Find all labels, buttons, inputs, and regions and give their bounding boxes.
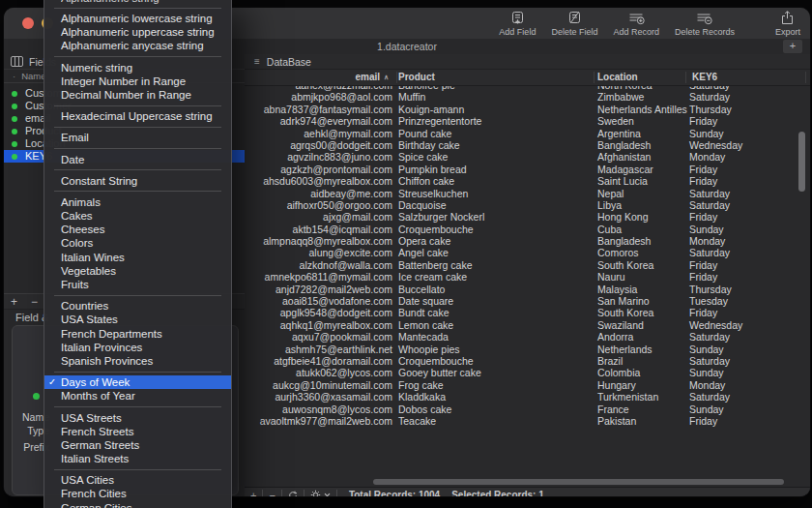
column-divider[interactable] bbox=[396, 72, 397, 83]
table-row[interactable]: avaoltmk977@mail2web.comTeacakePakistanF… bbox=[245, 415, 810, 427]
menu-item-colors[interactable]: ✓Colors bbox=[44, 236, 231, 250]
table-row[interactable]: ashmh75@earthlink.netWhoopie piesNetherl… bbox=[245, 344, 810, 355]
table-row[interactable]: aqxu7@pookmail.comMantecadaAndorraSaturd… bbox=[245, 331, 810, 343]
menu-item-alphanumeric-uppercase-string[interactable]: ✓Alphanumeric uppercase string bbox=[44, 25, 231, 39]
close-button[interactable] bbox=[22, 17, 34, 29]
menu-item-decimal-number-in-range[interactable]: ✓Decimal Number in Range bbox=[44, 88, 231, 102]
table-row[interactable]: alzkdnof@walla.comBattenberg cakeSouth K… bbox=[245, 259, 810, 271]
column-header-product[interactable]: Product bbox=[398, 70, 435, 85]
menu-item-date[interactable]: ✓Date bbox=[44, 153, 231, 166]
menu-item-integer-number-in-range[interactable]: ✓Integer Number in Range bbox=[44, 75, 231, 88]
table-row[interactable]: aoai815@vodafone.comDate squareSan Marin… bbox=[245, 295, 810, 307]
menu-item-hexadecimal-uppercase-string[interactable]: ✓Hexadecimal Uppercase string bbox=[44, 109, 231, 123]
horizontal-scrollbar[interactable] bbox=[373, 479, 784, 485]
menu-item-constant-string[interactable]: ✓Constant String bbox=[44, 174, 231, 188]
table-row[interactable]: almpnaqq8@myrealbox.comOpera cakeBanglad… bbox=[245, 235, 810, 247]
table-row[interactable]: atukk062@lycos.comGooey butter cakeColom… bbox=[245, 367, 810, 378]
column-divider[interactable] bbox=[685, 72, 686, 83]
table-row[interactable]: aqhkq1@myrealbox.comLemon cakeSwazilandW… bbox=[245, 319, 810, 331]
column-divider[interactable] bbox=[594, 72, 594, 83]
menu-item-spanish-provinces[interactable]: ✓Spanish Provinces bbox=[44, 354, 231, 368]
settings-menu-button[interactable] bbox=[304, 490, 336, 496]
cell-email: aukcg@10minutemail.com bbox=[245, 379, 392, 391]
table-row[interactable]: atgfbeie41@doramail.comCroquemboucheBraz… bbox=[245, 355, 810, 367]
column-header-key6[interactable]: KEY6 bbox=[692, 70, 717, 85]
table-row[interactable]: amnekpo6811@mymail.comIce cream cakeNaur… bbox=[245, 271, 810, 283]
menu-item-italian-wines[interactable]: ✓Italian Wines bbox=[44, 251, 231, 264]
menu-item-cakes[interactable]: ✓Cakes bbox=[44, 209, 231, 223]
toolbar-export-button[interactable]: Export bbox=[775, 10, 800, 37]
menu-item-months-of-year[interactable]: ✓Months of Year bbox=[44, 389, 231, 403]
table-row[interactable]: aidbeay@me.comStreuselkuchenNepalSaturda… bbox=[245, 188, 810, 199]
toolbar-delete-records-button[interactable]: Delete Records bbox=[675, 10, 735, 37]
menu-item-animals[interactable]: ✓Animals bbox=[44, 195, 231, 209]
menu-item-french-streets[interactable]: ✓French Streets bbox=[44, 425, 231, 438]
table-row[interactable]: ajxg@mail.comSalzburger NockerlHong Kong… bbox=[245, 211, 810, 223]
table-row[interactable]: anjd7282@mail2web.comBuccellatoMalaysiaT… bbox=[245, 284, 810, 295]
refresh-button[interactable] bbox=[282, 491, 304, 497]
vertical-scrollbar[interactable] bbox=[798, 132, 805, 192]
menu-item-label: Italian Provinces bbox=[61, 342, 142, 353]
menu-item-french-cities[interactable]: ✓French Cities bbox=[44, 487, 231, 500]
menu-item-usa-states[interactable]: ✓USA States bbox=[44, 313, 231, 326]
menu-item-countries[interactable]: ✓Countries bbox=[44, 299, 231, 313]
table-row[interactable]: auwosnqm8@lycos.comDobos cakeFranceSunda… bbox=[245, 403, 810, 415]
toolbar-add-record-button[interactable]: Add Record bbox=[613, 10, 659, 37]
add-record-small-button[interactable]: + bbox=[245, 490, 262, 497]
menu-item-vegetables[interactable]: ✓Vegetables bbox=[44, 264, 231, 278]
menu-item-usa-cities[interactable]: ✓USA Cities bbox=[44, 473, 231, 487]
table-row[interactable]: adrk974@everymail.comPrinzregententorteS… bbox=[245, 115, 810, 127]
menu-item-cheeses[interactable]: ✓Cheeses bbox=[44, 223, 231, 236]
menu-item-numeric-string[interactable]: ✓Numeric string bbox=[44, 61, 231, 75]
remove-record-small-button[interactable]: − bbox=[263, 490, 280, 497]
table-row[interactable]: agzkzh@prontomail.comPumpkin breadMadaga… bbox=[245, 164, 810, 175]
cell-key6: Saturday bbox=[689, 355, 730, 367]
column-header-email[interactable]: email bbox=[245, 70, 380, 85]
toolbar-add-field-button[interactable]: Add Field bbox=[499, 10, 536, 37]
menu-item-label: French Departments bbox=[61, 328, 162, 340]
menu-item-label: Months of Year bbox=[61, 390, 135, 402]
cell-email: ashmh75@earthlink.net bbox=[245, 344, 392, 355]
cell-product: Spice cake bbox=[398, 151, 448, 163]
column-divider[interactable] bbox=[805, 72, 806, 83]
table-row[interactable]: alung@excite.comAngel cakeComorosSaturda… bbox=[245, 247, 810, 258]
table-row[interactable]: aehkl@mymail.comPound cakeArgentinaSunda… bbox=[245, 128, 810, 139]
cell-location: Cuba bbox=[597, 224, 622, 235]
cell-key6: Friday bbox=[689, 307, 717, 318]
database-tab[interactable]: ≡ DataBase bbox=[245, 54, 810, 70]
table-row[interactable]: ahsdu6003@myrealbox.comChiffon cakeSaint… bbox=[245, 175, 810, 187]
menu-item-usa-streets[interactable]: ✓USA Streets bbox=[44, 411, 231, 425]
table-row[interactable]: aurjh3360@xasamail.comKladdkakaTurkmenis… bbox=[245, 391, 810, 403]
remove-field-small-button[interactable]: − bbox=[24, 295, 44, 309]
cell-product: Chiffon cake bbox=[398, 175, 454, 187]
table-row[interactable]: abna7837@fantasymail.comKouign-amannNeth… bbox=[245, 104, 810, 115]
menu-item-french-departments[interactable]: ✓French Departments bbox=[44, 327, 231, 341]
table-row[interactable]: aifhoxr050@orgoo.comDacquoiseLibyaSaturd… bbox=[245, 199, 810, 211]
table-row[interactable]: aktb154@icqmail.comCroquemboucheCubaSund… bbox=[245, 224, 810, 235]
table-row[interactable]: agrqs00@dodgeit.comBirthday cakeBanglade… bbox=[245, 139, 810, 151]
cell-email: almpnaqq8@myrealbox.com bbox=[245, 235, 392, 247]
column-header-location[interactable]: Location bbox=[597, 70, 638, 85]
cell-key6: Sunday bbox=[689, 367, 724, 378]
menu-item-italian-provinces[interactable]: ✓Italian Provinces bbox=[44, 341, 231, 354]
cell-location: Nauru bbox=[597, 271, 625, 283]
menu-item-fruits[interactable]: ✓Fruits bbox=[44, 278, 231, 291]
table-row[interactable]: agvzilnc883@juno.comSpice cakeAfghanista… bbox=[245, 151, 810, 163]
menu-item-alphanumeric-lowercase-string[interactable]: ✓Alphanumeric lowercase string bbox=[44, 12, 231, 25]
table-row[interactable]: abmjkpo968@aol.comMuffinZimbabweSaturday bbox=[245, 91, 810, 103]
toolbar-delete-field-button[interactable]: Delete Field bbox=[551, 10, 597, 37]
menu-item-email[interactable]: ✓Email bbox=[44, 131, 231, 144]
menu-item-italian-streets[interactable]: ✓Italian Streets bbox=[44, 452, 231, 465]
menu-item-label: Fruits bbox=[61, 279, 89, 290]
table-row[interactable]: aukcg@10minutemail.comFrog cakeHungaryMo… bbox=[245, 379, 810, 391]
new-tab-button[interactable]: + bbox=[783, 40, 802, 53]
menu-item-alphanumeric-anycase-string[interactable]: ✓Alphanumeric anycase string bbox=[44, 39, 231, 52]
menu-item-german-streets[interactable]: ✓German Streets bbox=[44, 438, 231, 452]
menu-item-days-of-week[interactable]: ✓Days of Week bbox=[44, 375, 231, 389]
menu-item-alphanumeric-string[interactable]: Alphanumeric string bbox=[44, 0, 231, 4]
table-row[interactable]: apglk9548@dodgeit.comBundt cakeSouth Kor… bbox=[245, 307, 810, 318]
cell-location: Nepal bbox=[597, 188, 624, 199]
menu-separator bbox=[54, 148, 221, 149]
menu-item-german-cities[interactable]: ✓German Cities bbox=[44, 501, 231, 508]
add-field-small-button[interactable]: + bbox=[4, 295, 24, 309]
